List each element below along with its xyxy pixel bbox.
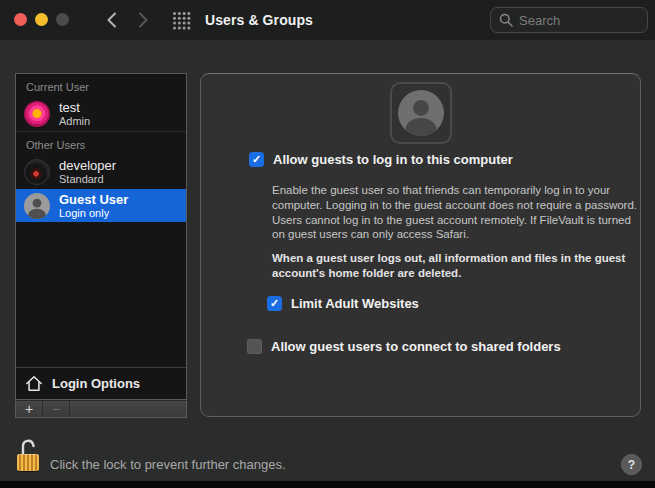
show-all-grid-icon[interactable] [171,10,192,31]
shared-folders-checkbox[interactable]: ✓ [247,339,262,354]
zoom-button[interactable] [56,13,69,26]
shared-folders-label: Allow guest users to connect to shared f… [271,339,561,354]
lens-avatar [24,159,50,185]
check-icon: ✓ [270,298,279,309]
lock-hint-text: Click the lock to prevent further change… [50,457,286,472]
guest-warning-text: When a guest user logs out, all informat… [272,251,638,281]
user-role: Login only [59,207,128,220]
user-role: Admin [59,115,90,128]
current-user-header: Current User [16,74,186,96]
user-list-toolbar: + − [15,400,187,418]
user-row-test[interactable]: test Admin [16,96,186,131]
title-bar: Users & Groups [0,0,655,40]
search-field[interactable] [490,7,648,33]
add-user-button[interactable]: + [16,401,43,417]
other-users-header: Other Users [16,132,186,154]
search-icon [499,13,513,27]
limit-adult-label: Limit Adult Websites [291,296,419,311]
user-name: test [59,100,90,115]
user-name: developer [59,158,116,173]
search-input[interactable] [519,13,655,28]
allow-guests-row: ✓ Allow guests to log in to this compute… [249,152,513,167]
remove-user-button[interactable]: − [43,401,70,417]
allow-guests-checkbox[interactable]: ✓ [249,152,264,167]
forward-button[interactable] [133,10,153,30]
page-title: Users & Groups [205,12,313,28]
allow-guests-label: Allow guests to log in to this computer [273,152,513,167]
list-empty-area [16,222,186,367]
chevron-left-icon [106,12,117,28]
user-list: Current User test Admin Other Users deve… [15,73,187,400]
user-row-developer[interactable]: developer Standard [16,154,186,189]
login-options-label: Login Options [52,376,140,391]
login-options-button[interactable]: Login Options [16,367,186,399]
check-icon: ✓ [252,154,261,165]
user-name: Guest User [59,192,128,207]
toolbar-filler [70,401,186,417]
lock-body-icon [17,454,39,471]
minimize-button[interactable] [35,13,48,26]
bottom-edge [0,481,655,488]
flower-avatar [24,101,50,127]
person-avatar [24,193,50,219]
user-row-guest-selected[interactable]: Guest User Login only [16,189,186,222]
back-button[interactable] [101,10,121,30]
help-button[interactable]: ? [621,454,642,475]
guest-person-icon [398,90,444,136]
limit-adult-checkbox[interactable]: ✓ [267,296,282,311]
guest-avatar-frame[interactable] [390,82,452,144]
guest-description-text: Enable the guest user so that friends ca… [272,183,638,242]
open-lock-icon [19,434,41,456]
users-groups-window: Users & Groups Current User test Admin O… [0,0,655,488]
user-role: Standard [59,173,116,186]
home-icon [25,375,43,392]
chevron-right-icon [138,12,149,28]
lock-button[interactable] [15,434,45,474]
limit-adult-row: ✓ Limit Adult Websites [267,296,419,311]
close-button[interactable] [14,13,27,26]
shared-folders-row: ✓ Allow guest users to connect to shared… [247,339,561,354]
guest-settings-panel: ✓ Allow guests to log in to this compute… [200,73,641,417]
